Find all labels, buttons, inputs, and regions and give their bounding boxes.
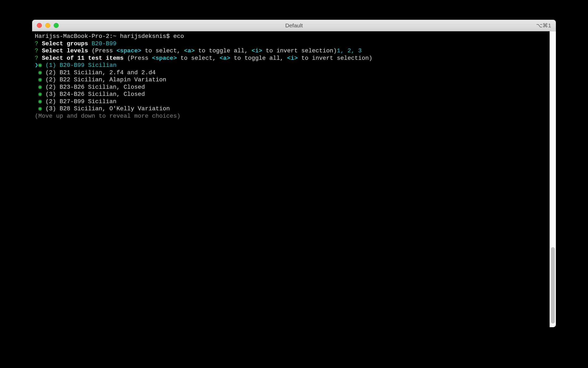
radio-selected-icon[interactable]: ◉: [38, 69, 42, 76]
list-item[interactable]: (2) B23-B26 Sicilian, Closed: [42, 84, 145, 91]
question-mark-icon: ?: [35, 55, 38, 62]
prompt-host: Harijss-MacBook-Pro-2:~ harijsdeksnis$: [35, 33, 173, 40]
close-icon[interactable]: [37, 23, 42, 28]
q2-hint: (Press: [92, 47, 117, 54]
radio-selected-icon[interactable]: ◉: [38, 105, 42, 112]
radio-selected-icon[interactable]: ◉: [38, 91, 42, 98]
question-mark-icon: ?: [35, 40, 38, 47]
key-a: <a>: [220, 55, 230, 62]
list-item[interactable]: (2) B21 Sicilian, 2.f4 and 2.d4: [42, 69, 156, 76]
list-item[interactable]: (3) B24-B26 Sicilian, Closed: [42, 91, 145, 98]
radio-selected-icon[interactable]: ◉: [38, 76, 42, 83]
scrollbar[interactable]: [550, 31, 556, 327]
window-shortcut: ⌥⌘1: [536, 22, 551, 29]
q3-hint: to select,: [177, 55, 220, 62]
key-i: <i>: [252, 47, 262, 54]
q3-label: Select of 11 test items: [38, 55, 127, 62]
radio-selected-icon[interactable]: ◉: [38, 62, 42, 69]
radio-selected-icon[interactable]: ◉: [38, 98, 42, 105]
question-mark-icon: ?: [35, 47, 38, 54]
q2-answer: 1, 2, 3: [337, 47, 362, 54]
footer-hint: (Move up and down to reveal more choices…: [35, 113, 181, 120]
window-title: Default: [32, 22, 556, 29]
key-space: <space>: [117, 47, 142, 54]
list-item[interactable]: (2) B27-B99 Sicilian: [42, 98, 117, 105]
radio-selected-icon[interactable]: ◉: [38, 84, 42, 91]
terminal-area: Harijss-MacBook-Pro-2:~ harijsdeksnis$ e…: [32, 31, 556, 327]
cursor-arrow-icon: ❯: [35, 62, 38, 69]
q3-hint: to invert selection): [298, 55, 372, 62]
key-i: <i>: [287, 55, 298, 62]
q2-hint: to select,: [141, 47, 184, 54]
zoom-icon[interactable]: [54, 23, 59, 28]
q3-hint: (Press: [127, 55, 152, 62]
q2-hint: to invert selection): [262, 47, 337, 54]
terminal-output[interactable]: Harijss-MacBook-Pro-2:~ harijsdeksnis$ e…: [32, 31, 550, 327]
q1-label: Select groups: [38, 40, 92, 47]
scrollbar-thumb[interactable]: [551, 247, 555, 324]
terminal-window: Default ⌥⌘1 Harijss-MacBook-Pro-2:~ hari…: [32, 20, 556, 327]
key-space: <space>: [152, 55, 177, 62]
list-item[interactable]: (1) B20-B99 Sicilian: [42, 62, 117, 69]
traffic-lights: [32, 23, 59, 28]
q1-answer: B20-B99: [92, 40, 117, 47]
key-a: <a>: [184, 47, 195, 54]
minimize-icon[interactable]: [45, 23, 50, 28]
prompt-command: eco: [173, 33, 184, 40]
q2-label: Select levels: [38, 47, 92, 54]
list-item[interactable]: (2) B22 Sicilian, Alapin Variation: [42, 76, 166, 83]
list-item[interactable]: (3) B28 Sicilian, O'Kelly Variation: [42, 105, 170, 112]
titlebar[interactable]: Default ⌥⌘1: [32, 20, 556, 31]
q2-hint: to toggle all,: [195, 47, 252, 54]
q3-hint: to toggle all,: [230, 55, 287, 62]
